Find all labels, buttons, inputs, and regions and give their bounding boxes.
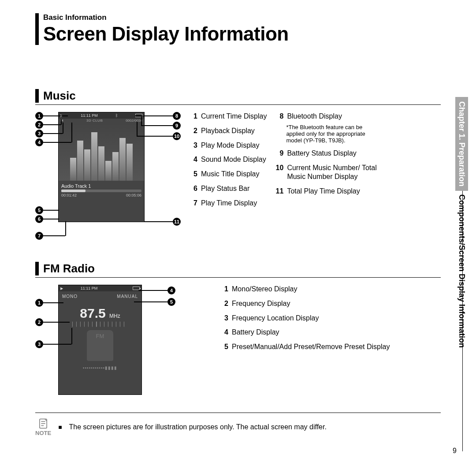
note-row: NOTE ■ The screen pictures are for illus… [35,413,441,436]
callout-6: 6 [35,215,43,223]
bluetooth-icon: ᛒ [115,113,118,118]
leader-line [134,301,167,302]
leader-line [43,219,59,219]
legend-item: 5Music Title Display [190,170,267,179]
leader-line [43,235,65,236]
status-bar: ▶ 11:11 PM ᛒ [59,112,144,119]
legend-item: 2Frequency Display [220,299,441,309]
radio-sub-line: MONO MANUAL [59,291,141,299]
legend-item: 1Current Time Display [190,112,267,121]
callout-11: 11 [173,218,181,226]
leader-line [43,142,71,143]
callout-9: 9 [173,122,181,130]
track-counter: 0002/0036 [126,119,142,123]
side-tab: Chapter 1. Preparation Components/Screen… [455,97,468,351]
callout-r1: 1 [35,299,43,307]
legend-item: 4Sound Mode Display [190,155,267,164]
leader-line [43,115,68,116]
radio-device: 1 2 3 4 5 ▶ 11:11 PM MONO MANUAL [35,285,176,399]
callout-1: 1 [35,112,43,120]
legend-item: 2Playback Display [190,126,267,136]
radio-screen: ▶ 11:11 PM MONO MANUAL 87.5 MHz ▏▏▏▏▏▏▎▏… [58,285,142,395]
radio-block: 1 2 3 4 5 ▶ 11:11 PM MONO MANUAL [35,285,441,399]
total-time: 00:05:06 [126,193,141,197]
note-icon: NOTE [35,417,51,436]
bullet-icon: ■ [58,424,62,431]
battery-icon [133,286,140,290]
manual-page: Basic Information Screen Display Informa… [35,13,441,436]
frequency-scale: ▏▏▏▏▏▏▎▏▏▏▏▏▏▏ [59,322,141,327]
leader-line [71,328,72,344]
legend-col-right: 8Bluetooth Display *The Bluetooth featur… [275,112,381,244]
signal-dots: ▪▪▪▪▪▪▪▪▪▪▪▮▮▮▮ [59,365,141,370]
callout-r5: 5 [167,298,175,306]
legend-item: 10Current Music Number/ Total Music Numb… [275,164,381,182]
section-path: Components/Screen Display Information [455,191,468,351]
legend-item: 6Play Status Bar [190,184,267,193]
legend-item: 9Battery Status Display [275,149,381,158]
leader-line [141,125,173,126]
leader-line [43,322,70,323]
legend-item: 7Play Time Display [190,199,267,208]
sound-mode: 3D CLUB [86,119,103,123]
fm-radio-icon [87,330,113,361]
legend-item: 8Bluetooth Display [275,112,381,121]
section-heading-radio: FM Radio [35,262,441,275]
legend-item: 3Frequency Location Display [220,314,441,323]
music-legend: 1Current Time Display 2Playback Display … [190,112,441,244]
legend-item: 3Play Mode Display [190,141,267,150]
leader-line [137,122,138,136]
leader-line [141,115,142,126]
legend-item: 1Mono/Stereo Display [220,285,441,294]
frequency-display: 87.5 MHz [59,299,141,322]
leader-line [43,302,63,303]
leader-line [145,221,173,222]
legend-item: 4Battery Display [220,328,441,337]
legend-col-left: 1Current Time Display 2Playback Display … [190,112,267,244]
breadcrumb: Basic Information [43,13,441,22]
callout-r3: 3 [35,340,43,348]
divider [35,277,441,278]
page-number: 9 [453,447,457,455]
note-text: The screen pictures are for illustration… [69,423,327,431]
time-row: 00:01:42 00:05:06 [59,192,144,198]
callout-5: 5 [35,206,43,214]
callout-2: 2 [35,121,43,129]
section-heading-music: Music [35,89,441,103]
progress-bar [59,190,144,192]
callout-r4: 4 [167,286,175,294]
callout-r2: 2 [35,318,43,326]
leader-line [43,133,63,134]
leader-line [43,344,71,345]
time-display: 11:11 PM [81,113,98,118]
track-title: Audio Track 1 [59,181,144,190]
play-icon: ▶ [60,286,63,290]
leader-line [138,290,167,291]
time-display: 11:11 PM [81,286,98,290]
music-block: 1 2 3 4 5 6 7 8 9 10 11 [35,112,441,244]
music-device: 1 2 3 4 5 6 7 8 9 10 11 [35,112,181,244]
leader-line [63,123,63,134]
callout-10: 10 [173,132,181,140]
callout-8: 8 [173,112,181,120]
play-time: 00:01:42 [61,193,77,197]
page-title: Screen Display Information [43,23,441,45]
chapter-label: Chapter 1. Preparation [455,97,468,191]
leader-line [135,115,173,116]
radio-legend: 1Mono/Stereo Display 2Frequency Display … [220,285,441,399]
legend-item: 5Preset/Manual/Add Preset/Remove Preset … [220,342,441,352]
callout-4: 4 [35,138,43,146]
leader-line [43,124,61,125]
leader-line [137,136,173,137]
callout-7: 7 [35,232,43,240]
leader-line [61,119,62,125]
mono-label: MONO [62,294,78,299]
leader-line [65,221,66,236]
legend-item: 11Total Play Time Display [275,187,381,196]
leader-line [71,123,72,142]
bluetooth-note: *The Bluetooth feature can be applied on… [275,124,381,144]
callout-3: 3 [35,130,43,138]
leader-line [43,210,59,211]
note-label: NOTE [35,430,51,436]
status-bar: ▶ 11:11 PM [59,285,141,291]
